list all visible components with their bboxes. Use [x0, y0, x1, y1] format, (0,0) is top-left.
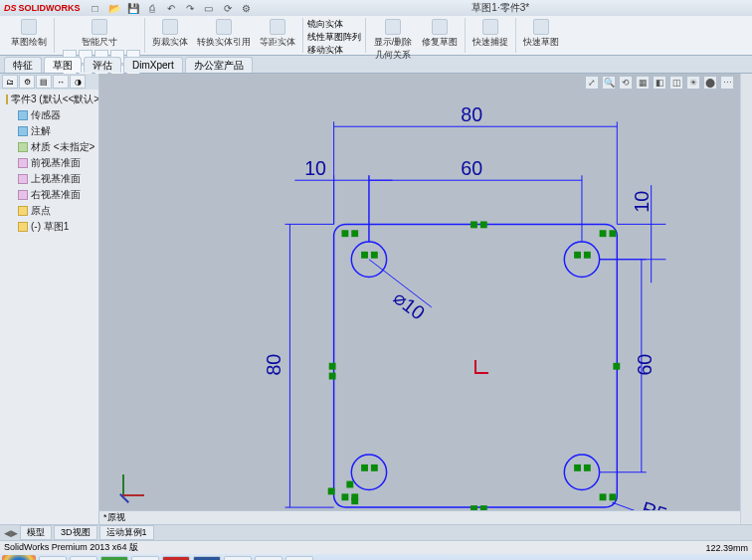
fm-tab-tree-icon[interactable]: 🗂 — [2, 75, 18, 89]
tab-model[interactable]: 模型 — [20, 525, 52, 540]
repair-sketch-button[interactable]: 修复草图 — [419, 18, 461, 63]
ribbon-group-sketch: 草图绘制 — [4, 18, 55, 53]
taskbar-solidworks-icon[interactable]: SW — [162, 556, 190, 560]
fm-tab-prop-icon[interactable]: ⚙ — [19, 75, 35, 89]
svg-rect-29 — [480, 221, 487, 228]
fm-tab-config-icon[interactable]: ▤ — [36, 75, 52, 89]
tab-features[interactable]: 特征 — [4, 57, 42, 73]
taskbar-word-icon[interactable]: W — [193, 556, 221, 560]
vertical-scrollbar[interactable] — [740, 74, 752, 524]
svg-rect-36 — [584, 465, 591, 471]
rapid-sketch-button[interactable]: 快速草图 — [520, 18, 562, 50]
tab-motion[interactable]: 运动算例1 — [99, 525, 154, 540]
tab-evaluate[interactable]: 评估 — [84, 57, 121, 73]
dim-hole-spacing-v[interactable]: 60 — [634, 354, 656, 376]
svg-rect-28 — [470, 221, 477, 228]
svg-rect-23 — [371, 252, 378, 259]
fm-tab-dim-icon[interactable]: ↔ — [53, 75, 69, 89]
taskbar-qq-icon[interactable]: 🐧 — [131, 556, 159, 560]
bottom-tabs: ◀▶ 模型 3D视图 运动算例1 — [0, 524, 752, 540]
fm-tabs: 🗂 ⚙ ▤ ↔ ◑ — [0, 74, 98, 90]
convert-button[interactable]: 转换实体引用 — [194, 18, 254, 50]
title-bar: DSSOLIDWORKS □ 📂 💾 ⎙ ↶ ↷ ▭ ⟳ ⚙ 草图1·零件3* — [0, 0, 752, 16]
app-logo: DSSOLIDWORKS — [4, 3, 81, 13]
tree-root[interactable]: 零件3 (默认<<默认>_显示状态 — [2, 92, 96, 107]
graphics-area[interactable]: ⤢ 🔍 ⟲ ▦ ◧ ◫ ☀ ⬤ ⋯ 80 10 — [99, 74, 740, 524]
svg-rect-31 — [329, 373, 336, 380]
windows-taskbar: e 📁 ✓ 🐧 SW W ▦ 🎨 ✂ — [0, 554, 752, 560]
svg-rect-22 — [361, 252, 368, 259]
taskbar-360-icon[interactable]: ✓ — [100, 556, 128, 560]
quick-access-toolbar: □ 📂 💾 ⎙ ↶ ↷ ▭ ⟳ ⚙ — [89, 1, 254, 15]
svg-rect-21 — [351, 230, 358, 237]
svg-rect-40 — [609, 493, 616, 500]
start-button[interactable] — [2, 555, 36, 560]
quick-snap-button[interactable]: 快速捕捉 — [470, 18, 511, 50]
tab-dimxpert[interactable]: DimXpert — [123, 57, 183, 73]
svg-rect-33 — [361, 465, 368, 471]
qat-rebuild-icon[interactable]: ⟳ — [221, 1, 235, 15]
taskbar-app-icon[interactable]: ▦ — [224, 556, 252, 560]
ribbon-group-rapid: 快速草图 — [516, 18, 566, 53]
status-dimension: 122.39mm — [705, 543, 748, 553]
fm-tab-display-icon[interactable]: ◑ — [70, 75, 86, 89]
taskbar-snip-icon[interactable]: ✂ — [285, 556, 313, 560]
linear-pattern-button[interactable]: 线性草图阵列 — [307, 31, 361, 44]
taskbar-paint-icon[interactable]: 🎨 — [255, 556, 282, 560]
offset-button[interactable]: 等距实体 — [257, 18, 298, 50]
status-bar: SolidWorks Premium 2013 x64 版 122.39mm — [0, 540, 752, 554]
qat-print-icon[interactable]: ⎙ — [145, 1, 159, 15]
move-button[interactable]: 移动实体 — [307, 44, 361, 57]
dim-offset-x[interactable]: 10 — [304, 157, 326, 179]
tree-item[interactable]: 前视基准面 — [2, 155, 96, 171]
trim-button[interactable]: 剪裁实体 — [149, 18, 191, 50]
feature-tree[interactable]: 零件3 (默认<<默认>_显示状态 传感器 注解 材质 <未指定> 前视基准面 … — [0, 90, 98, 524]
ribbon: 草图绘制 智能尺寸 剪裁实体 转换实体引用 等距实体 镜向实体 线性草图阵列 移… — [0, 16, 752, 56]
graphics-footer: *原视 — [99, 510, 740, 524]
svg-rect-25 — [584, 252, 591, 259]
tree-item[interactable]: 传感器 — [2, 107, 96, 123]
sketch-button[interactable]: 草图绘制 — [8, 18, 50, 50]
dim-hole-spacing[interactable]: 60 — [461, 157, 482, 179]
mirror-button[interactable]: 镜向实体 — [307, 18, 361, 31]
svg-rect-30 — [329, 363, 336, 370]
svg-rect-34 — [371, 465, 378, 471]
tab-3dview[interactable]: 3D视图 — [54, 525, 97, 540]
qat-redo-icon[interactable]: ↷ — [183, 1, 197, 15]
tree-item[interactable]: (-) 草图1 — [2, 219, 96, 235]
qat-save-icon[interactable]: 💾 — [126, 1, 140, 15]
taskbar-ie-icon[interactable]: e — [39, 556, 67, 560]
svg-rect-44 — [328, 487, 335, 494]
sketch-hole[interactable] — [351, 455, 386, 489]
taskbar-explorer-icon[interactable]: 📁 — [70, 556, 97, 560]
tree-item[interactable]: 注解 — [2, 123, 96, 139]
sketch-canvas[interactable]: 80 10 60 10 80 60 ⌀10 — [99, 74, 740, 524]
status-app: SolidWorks Premium 2013 x64 版 — [4, 541, 138, 554]
sketch-hole[interactable] — [351, 242, 386, 277]
dim-height[interactable]: 80 — [263, 354, 284, 376]
qat-select-icon[interactable]: ▭ — [202, 1, 216, 15]
sketch-origin-icon — [470, 359, 489, 379]
qat-open-icon[interactable]: 📂 — [107, 1, 121, 15]
smart-dimension-button[interactable]: 智能尺寸 — [79, 18, 120, 50]
tree-item[interactable]: 上视基准面 — [2, 171, 96, 187]
sketch-hole[interactable] — [564, 455, 599, 489]
ribbon-group-relations: 显示/删除几何关系 修复草图 — [366, 18, 466, 53]
svg-rect-24 — [574, 252, 581, 259]
dim-width[interactable]: 80 — [461, 103, 482, 125]
svg-rect-27 — [609, 230, 616, 237]
tab-office[interactable]: 办公室产品 — [185, 57, 253, 73]
tree-item[interactable]: 右视基准面 — [2, 187, 96, 203]
qat-undo-icon[interactable]: ↶ — [164, 1, 178, 15]
tree-item[interactable]: 原点 — [2, 203, 96, 219]
dim-diameter[interactable]: ⌀10 — [389, 286, 429, 324]
svg-rect-37 — [341, 493, 348, 500]
qat-options-icon[interactable]: ⚙ — [240, 1, 254, 15]
svg-rect-35 — [574, 465, 581, 471]
display-relations-button[interactable]: 显示/删除几何关系 — [370, 18, 416, 63]
qat-new-icon[interactable]: □ — [89, 1, 102, 15]
dim-offset-y[interactable]: 10 — [631, 191, 653, 213]
sketch-hole[interactable] — [564, 242, 599, 277]
tree-item[interactable]: 材质 <未指定> — [2, 139, 96, 155]
tab-sketch[interactable]: 草图 — [44, 57, 82, 73]
